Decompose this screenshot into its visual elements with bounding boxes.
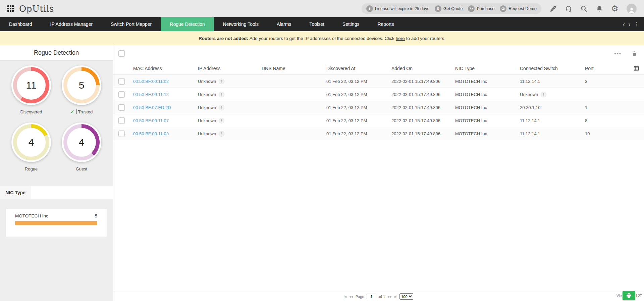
- cell-ip-address: Unknown!: [198, 79, 262, 84]
- rogue-devices-panel: ••• MAC Address IP Address DNS Name Disc…: [113, 45, 644, 301]
- table-body: 00:50:BF:00:11:02Unknown!01 Feb 22, 03:1…: [113, 75, 644, 140]
- row-checkbox[interactable]: [118, 131, 125, 137]
- row-checkbox[interactable]: [118, 104, 125, 111]
- donut-ring: 4: [11, 122, 51, 162]
- cell-nic-type: MOTOTECH Inc: [455, 105, 520, 110]
- row-checkbox[interactable]: [118, 91, 125, 98]
- tab-settings[interactable]: Settings: [333, 17, 369, 31]
- donut-ring: 4: [62, 122, 101, 162]
- info-icon[interactable]: !: [219, 79, 224, 84]
- tab-networking-tools[interactable]: Networking Tools: [214, 17, 268, 31]
- select-all-checkbox[interactable]: [118, 50, 125, 57]
- table-row[interactable]: 00:50:BF:00:11:0AUnknown!01 Feb 22, 03:1…: [113, 127, 644, 140]
- nav-more-button[interactable]: ⋮: [634, 21, 639, 27]
- get-quote-button[interactable]: $ Get Quote: [435, 5, 463, 12]
- tab-alarms[interactable]: Alarms: [268, 17, 301, 31]
- main-nav: DashboardIP Address ManagerSwitch Port M…: [0, 17, 644, 31]
- header-icons: ⚙: [549, 4, 637, 14]
- status-chart-discovered[interactable]: 11Discovered: [11, 65, 51, 114]
- info-icon[interactable]: !: [219, 105, 224, 110]
- table-row[interactable]: 00:50:BF:00:11:07Unknown!01 Feb 22, 03:1…: [113, 114, 644, 127]
- print-button[interactable]: [623, 291, 635, 300]
- routers-warning-banner: Routers are not added: Add your routers …: [0, 31, 644, 45]
- nav-next-button[interactable]: ›: [628, 21, 631, 28]
- chart-value: 5: [67, 71, 96, 100]
- nic-vendor-bar: [15, 221, 97, 225]
- column-chooser-icon[interactable]: [633, 65, 639, 72]
- row-checkbox[interactable]: [118, 117, 125, 124]
- cell-port: 3: [585, 79, 619, 84]
- support-headset-icon[interactable]: [565, 5, 572, 12]
- sidebar-title: Rogue Detection: [0, 45, 113, 61]
- status-chart-rogue[interactable]: 4Rogue: [11, 122, 51, 171]
- text-caret: [76, 109, 76, 114]
- banner-bold-text: Routers are not added:: [199, 36, 248, 41]
- license-badge-icon: [366, 5, 373, 12]
- page-size-select[interactable]: 100: [399, 293, 413, 300]
- apps-grid-icon[interactable]: [7, 5, 14, 12]
- purchase-button[interactable]: Purchase: [468, 5, 494, 12]
- cell-port: 1: [585, 105, 619, 110]
- tab-reports[interactable]: Reports: [368, 17, 403, 31]
- user-avatar[interactable]: [627, 4, 637, 14]
- cell-nic-type: MOTOTECH Inc: [455, 118, 520, 123]
- mac-address-link[interactable]: 00:50:BF:00:11:07: [133, 118, 169, 123]
- tab-ip-address-manager[interactable]: IP Address Manager: [41, 17, 102, 31]
- notifications-bell-icon[interactable]: [596, 5, 603, 12]
- search-icon[interactable]: [580, 5, 588, 12]
- column-header-dns[interactable]: DNS Name: [262, 66, 326, 71]
- table-header-row: MAC Address IP Address DNS Name Discover…: [113, 62, 644, 75]
- column-header-ip[interactable]: IP Address: [198, 66, 262, 71]
- tab-switch-port-mapper[interactable]: Switch Port Mapper: [102, 17, 161, 31]
- delete-trash-icon[interactable]: [632, 51, 637, 56]
- mac-address-link[interactable]: 00:50:BF:00:11:12: [133, 92, 169, 97]
- mac-address-link[interactable]: 00:50:BF:07:ED:2D: [133, 105, 171, 110]
- add-routers-link[interactable]: here: [396, 36, 405, 41]
- table-row[interactable]: 00:50:BF:00:11:02Unknown!01 Feb 22, 03:1…: [113, 75, 644, 88]
- chart-grid: 11Discovered5✓Trusted4Rogue4Guest: [0, 61, 113, 171]
- tab-rogue-detection[interactable]: Rogue Detection: [161, 17, 214, 31]
- page-of-label: of 1: [379, 295, 385, 299]
- column-header-port[interactable]: Port: [585, 66, 619, 71]
- app-header: OpUtils License will expire in 25 days $…: [0, 0, 644, 17]
- column-header-discovered[interactable]: Discovered At: [326, 66, 391, 71]
- column-header-switch[interactable]: Connected Switch: [520, 66, 585, 71]
- info-icon[interactable]: !: [219, 92, 224, 97]
- request-demo-button[interactable]: Request Demo: [500, 5, 536, 12]
- nav-prev-button[interactable]: ‹: [623, 21, 625, 28]
- nic-type-tab[interactable]: NIC Type: [0, 186, 31, 199]
- column-header-added[interactable]: Added On: [391, 66, 455, 71]
- info-icon[interactable]: !: [219, 131, 224, 137]
- page-number-input[interactable]: [367, 294, 376, 299]
- cell-discovered-at: 01 Feb 22, 03:12 PM: [326, 105, 391, 110]
- more-options-button[interactable]: •••: [614, 51, 622, 56]
- next-page-button[interactable]: ▶▶: [388, 295, 392, 298]
- chart-label: Guest: [76, 166, 88, 171]
- cell-discovered-at: 01 Feb 22, 03:12 PM: [326, 118, 391, 123]
- status-chart-trusted[interactable]: 5✓Trusted: [62, 65, 101, 114]
- chart-value: 4: [17, 128, 46, 157]
- info-icon[interactable]: !: [219, 118, 224, 123]
- tab-toolset[interactable]: Toolset: [301, 17, 333, 31]
- mac-address-link[interactable]: 00:50:BF:00:11:02: [133, 79, 169, 84]
- cell-connected-switch: Unknown!: [520, 92, 585, 97]
- cell-nic-type: MOTOTECH Inc: [455, 92, 520, 97]
- table-row[interactable]: 00:50:BF:00:11:12Unknown!01 Feb 22, 03:1…: [113, 88, 644, 101]
- license-status: License will expire in 25 days: [366, 5, 429, 12]
- cell-discovered-at: 01 Feb 22, 03:12 PM: [326, 131, 391, 136]
- rocket-icon[interactable]: [549, 5, 557, 12]
- row-checkbox[interactable]: [118, 78, 125, 85]
- last-page-button[interactable]: ▶|: [394, 295, 397, 298]
- cell-ip-address: Unknown!: [198, 118, 262, 123]
- status-chart-guest[interactable]: 4Guest: [62, 122, 101, 171]
- prev-page-button[interactable]: ◀◀: [349, 295, 353, 298]
- tab-dashboard[interactable]: Dashboard: [0, 17, 41, 31]
- chart-value: 11: [17, 71, 46, 100]
- settings-gear-icon[interactable]: ⚙: [611, 4, 619, 13]
- mac-address-link[interactable]: 00:50:BF:00:11:0A: [133, 131, 169, 136]
- info-icon[interactable]: !: [541, 92, 546, 97]
- column-header-mac[interactable]: MAC Address: [133, 66, 198, 71]
- column-header-nictype[interactable]: NIC Type: [455, 66, 520, 71]
- table-row[interactable]: 00:50:BF:07:ED:2DUnknown!01 Feb 22, 03:1…: [113, 101, 644, 114]
- first-page-button[interactable]: |◀: [344, 295, 346, 298]
